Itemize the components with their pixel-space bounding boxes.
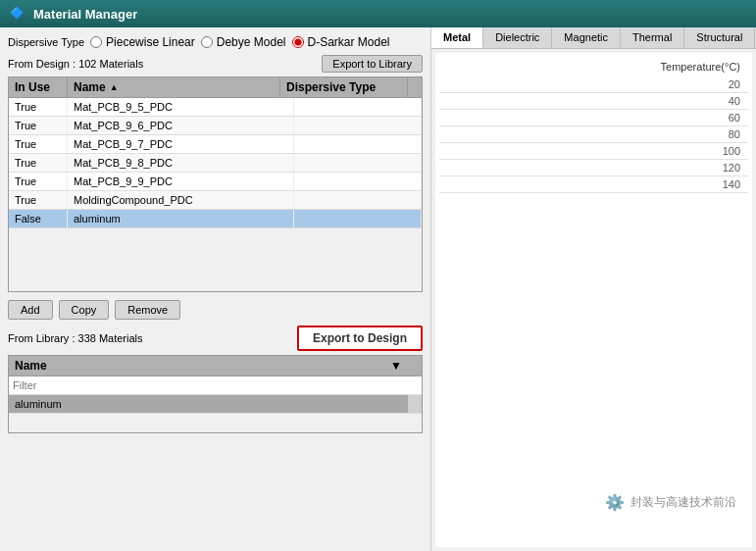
library-col-name: Name ▼ xyxy=(9,356,408,376)
filter-input[interactable] xyxy=(13,379,418,391)
left-panel: Dispersive Type Piecewise Linear Debye M… xyxy=(0,27,431,551)
temp-row-60: 60 xyxy=(439,110,748,126)
table-header: In Use Name ▲ Dispersive Type xyxy=(9,77,422,98)
dropdown-arrow-icon[interactable]: ▼ xyxy=(390,359,402,373)
temp-row-100: 100 xyxy=(439,143,748,160)
temp-row-80: 80 xyxy=(439,126,748,143)
col-header-name: Name ▲ xyxy=(68,77,280,97)
data-table: Temperature(°C) 20 40 60 80 100 120 140 xyxy=(435,53,752,547)
radio-dsarkar[interactable]: D-Sarkar Model xyxy=(292,35,390,49)
library-table-header: Name ▼ xyxy=(9,356,422,376)
tab-magnetic[interactable]: Magnetic xyxy=(552,27,621,48)
export-to-library-button[interactable]: Export to Library xyxy=(322,55,423,73)
radio-piecewise[interactable]: Piecewise Linear xyxy=(90,35,195,49)
right-panel: Metal Dielectric Magnetic Thermal Struct… xyxy=(431,27,756,551)
title-bar: 🔷 Material Manager xyxy=(0,0,756,27)
radio-debye-label: Debye Model xyxy=(217,35,286,49)
library-table: Name ▼ aluminum xyxy=(8,355,423,433)
temp-row-140: 140 xyxy=(439,176,748,193)
filter-row xyxy=(9,376,422,395)
table-row[interactable]: True MoldingCompound_PDC xyxy=(9,191,422,210)
table-row[interactable]: True Mat_PCB_9_8_PDC xyxy=(9,154,422,173)
from-design-row: From Design : 102 Materials Export to Li… xyxy=(8,55,423,73)
radio-debye[interactable]: Debye Model xyxy=(201,35,286,49)
action-buttons-row: Add Copy Remove xyxy=(8,300,423,320)
sort-arrow-name[interactable]: ▲ xyxy=(110,82,119,92)
tab-dielectric[interactable]: Dielectric xyxy=(483,27,552,48)
dispersive-type-label: Dispersive Type xyxy=(8,36,84,48)
radio-piecewise-label: Piecewise Linear xyxy=(106,35,195,49)
dispersive-type-row: Dispersive Type Piecewise Linear Debye M… xyxy=(8,35,423,49)
materials-table: In Use Name ▲ Dispersive Type True Mat_P… xyxy=(8,76,423,292)
watermark-icon: ⚙️ xyxy=(605,493,625,512)
tabs-row: Metal Dielectric Magnetic Thermal Struct… xyxy=(431,27,756,49)
add-button[interactable]: Add xyxy=(8,300,53,320)
title-bar-icon: 🔷 xyxy=(10,6,25,22)
col-header-inuse: In Use xyxy=(9,77,68,97)
col-header-dispersive: Dispersive Type xyxy=(280,77,408,97)
tab-thermal[interactable]: Thermal xyxy=(621,27,684,48)
table-body: True Mat_PCB_9_5_PDC True Mat_PCB_9_6_PD… xyxy=(9,98,422,291)
from-design-text: From Design : 102 Materials xyxy=(8,58,143,70)
copy-button[interactable]: Copy xyxy=(59,300,110,320)
watermark: ⚙️ 封装与高速技术前沿 xyxy=(605,493,736,512)
table-row[interactable]: True Mat_PCB_9_7_PDC xyxy=(9,135,422,154)
temp-row-120: 120 xyxy=(439,160,748,176)
radio-dsarkar-label: D-Sarkar Model xyxy=(308,35,390,49)
title-bar-text: Material Manager xyxy=(33,7,137,22)
from-library-text: From Library : 338 Materials xyxy=(8,332,143,344)
from-library-row: From Library : 338 Materials Export to D… xyxy=(8,326,423,351)
temp-row-20: 20 xyxy=(439,76,748,93)
temp-row-40: 40 xyxy=(439,93,748,110)
temperature-header: Temperature(°C) xyxy=(439,57,748,76)
remove-button[interactable]: Remove xyxy=(115,300,180,320)
table-row[interactable]: True Mat_PCB_9_5_PDC xyxy=(9,98,422,117)
export-to-design-button[interactable]: Export to Design xyxy=(297,326,423,351)
table-row[interactable]: True Mat_PCB_9_6_PDC xyxy=(9,117,422,135)
temperature-label: Temperature(°C) xyxy=(661,61,740,73)
table-row[interactable]: True Mat_PCB_9_9_PDC xyxy=(9,173,422,191)
tab-metal[interactable]: Metal xyxy=(431,27,483,48)
library-row[interactable]: aluminum xyxy=(9,395,422,414)
table-row[interactable]: False aluminum xyxy=(9,210,422,228)
watermark-text: 封装与高速技术前沿 xyxy=(630,494,736,511)
tab-structural[interactable]: Structural xyxy=(684,27,755,48)
